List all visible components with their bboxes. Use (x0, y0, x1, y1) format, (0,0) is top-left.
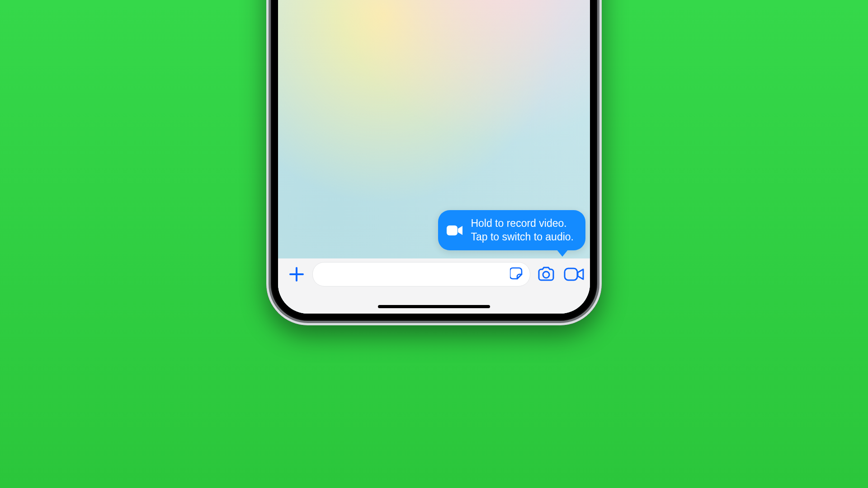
video-icon (564, 267, 585, 282)
screenshot-stage: Hold to record video. Tap to switch to a… (105, 0, 763, 369)
tooltip-tail (557, 249, 568, 257)
svg-point-1 (543, 272, 549, 278)
svg-rect-2 (565, 268, 577, 280)
record-hint-tooltip: Hold to record video. Tap to switch to a… (438, 210, 585, 250)
video-icon (446, 224, 463, 237)
phone-frame: Hold to record video. Tap to switch to a… (266, 0, 602, 325)
home-indicator[interactable] (378, 305, 490, 308)
plus-icon (288, 266, 305, 282)
tooltip-text: Hold to record video. Tap to switch to a… (471, 217, 574, 244)
sticker-icon (510, 266, 524, 282)
phone-screen: Hold to record video. Tap to switch to a… (278, 0, 590, 314)
camera-icon (537, 266, 556, 282)
message-input[interactable] (312, 262, 530, 286)
svg-rect-0 (447, 225, 458, 235)
video-record-button[interactable] (562, 262, 586, 286)
home-area (278, 290, 590, 314)
sticker-button[interactable] (508, 265, 526, 283)
camera-button[interactable] (534, 262, 558, 286)
compose-bar (278, 258, 590, 290)
add-button[interactable] (284, 262, 309, 286)
